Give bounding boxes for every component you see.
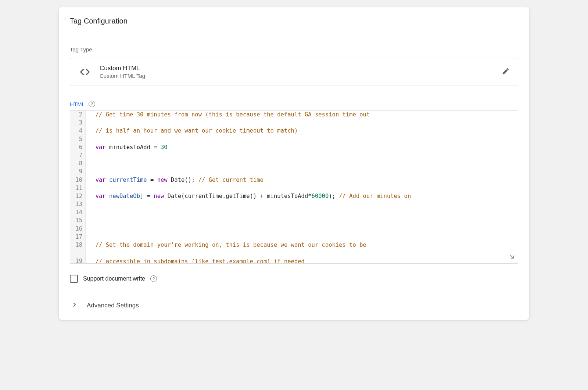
support-document-write-checkbox[interactable] [70, 275, 78, 283]
code-line[interactable]: var currentTime = new Date(); // Get cur… [89, 176, 515, 184]
line-gutter: 2345678910111213141516171819 [70, 111, 86, 263]
tag-type-label: Tag Type [70, 46, 518, 53]
help-icon[interactable]: ? [150, 275, 157, 282]
card-body: Tag Type Custom HTML Custom HTML Tag [59, 35, 529, 320]
tag-type-selector[interactable]: Custom HTML Custom HTML Tag [70, 58, 518, 86]
support-document-write-row: Support document.write ? [70, 264, 518, 294]
code-line[interactable]: // Get time 30 minutes from now (this is… [89, 111, 515, 119]
code-icon [78, 65, 92, 79]
code-content[interactable]: // Get time 30 minutes from now (this is… [86, 111, 518, 263]
tag-type-texts: Custom HTML Custom HTML Tag [100, 65, 145, 79]
code-line[interactable] [89, 159, 515, 167]
chevron-right-icon [71, 301, 78, 310]
tag-type-info: Custom HTML Custom HTML Tag [78, 65, 145, 79]
resize-handle-icon[interactable] [508, 253, 516, 262]
html-code-editor[interactable]: 2345678910111213141516171819 // Get time… [70, 110, 518, 264]
code-line[interactable]: var minutesToAdd = 30 [89, 143, 515, 151]
svg-line-0 [510, 255, 513, 258]
code-line[interactable]: // Set the domain your're working on, th… [89, 241, 515, 249]
code-line[interactable]: // is half an hour and we want our cooki… [89, 127, 515, 135]
advanced-settings-toggle[interactable]: Advanced Settings [70, 294, 518, 320]
code-line[interactable]: var newDateObj = new Date(currentTime.ge… [89, 192, 515, 200]
advanced-settings-label: Advanced Settings [87, 302, 139, 309]
code-line[interactable]: // accessible in subdomains (like test.e… [89, 257, 515, 263]
edit-icon[interactable] [502, 67, 510, 77]
code-line[interactable] [89, 208, 515, 216]
html-section-label: HTML [70, 101, 85, 107]
tag-config-card: Tag Configuration Tag Type Custom HTML C… [59, 7, 529, 320]
page-title: Tag Configuration [70, 17, 518, 25]
tag-type-subtitle: Custom HTML Tag [100, 73, 145, 79]
support-document-write-label: Support document.write [83, 275, 145, 282]
tag-type-title: Custom HTML [100, 65, 145, 72]
code-line[interactable] [89, 225, 515, 233]
html-label-row: HTML ? [70, 101, 518, 107]
card-header: Tag Configuration [59, 7, 529, 35]
help-icon[interactable]: ? [89, 101, 95, 107]
